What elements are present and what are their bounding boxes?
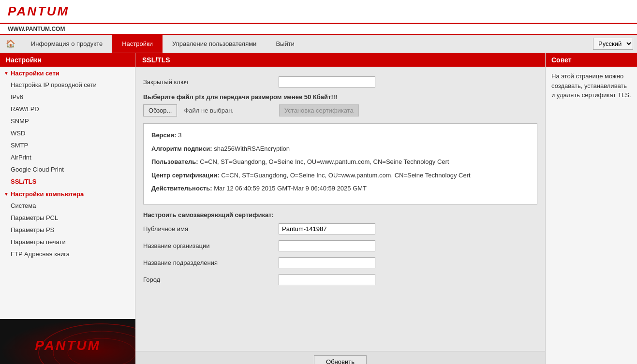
nav-product-info[interactable]: Информация о продукте [21,35,112,53]
self-signed-label: Настроить самозаверяющий сертификат: [143,211,537,218]
sidebar-item-gcp[interactable]: Google Cloud Print [0,163,135,175]
banner-logo-text: PANTUM [35,338,101,353]
cert-algorithm-value: sha256WithRSAEncryption [214,145,290,152]
language-selector[interactable]: Русский [593,38,633,50]
sidebar-content: Настройки сети Настройка IP проводной се… [0,67,135,319]
org-name-input[interactable] [279,240,375,251]
dept-name-row: Название подразделения [143,257,537,268]
cert-ca-label: Центр сертификации: [151,172,220,179]
nav-logout[interactable]: Выйти [266,35,304,53]
sidebar-item-smtp[interactable]: SMTP [0,139,135,151]
sidebar-banner: PANTUM [0,319,135,364]
cert-info-box: Версия: 3 Алгоритм подписи: sha256WithRS… [143,123,537,204]
tip-panel: Совет На этой странице можно создавать, … [545,53,637,364]
install-cert-button: Установка сертификата [279,104,359,116]
org-name-row: Название организации [143,240,537,251]
sidebar-item-raw[interactable]: RAW/LPD [0,103,135,115]
cert-algorithm-row: Алгоритм подписи: sha256WithRSAEncryptio… [151,144,529,154]
private-key-row: Закрытый ключ [143,76,537,87]
sidebar-section-network[interactable]: Настройки сети [0,67,135,79]
sidebar-title: Настройки [0,53,135,67]
tip-text: На этой странице можно создавать, устана… [546,67,637,105]
public-name-label: Публичное имя [143,225,279,233]
cert-version-row: Версия: 3 [151,131,529,140]
cert-validity-row: Действительность: Mar 12 06:40:59 2015 G… [151,184,529,193]
nav-user-mgmt[interactable]: Управление пользователями [163,35,266,53]
nav-bar: 🏠 Информация о продукте Настройки Управл… [0,35,637,53]
sidebar-item-ftp[interactable]: FTP Адресная книга [0,248,135,260]
tip-title: Совет [546,53,637,67]
browse-button[interactable]: Обзор... [143,104,177,116]
file-select-label: Выберите файл pfx для передачи размером … [143,93,537,101]
public-name-row: Публичное имя [143,223,537,234]
city-label: Город [143,276,279,283]
cert-version-value: 3 [178,131,181,139]
update-bar: Обновить [135,351,545,364]
cert-user-label: Пользователь: [151,158,198,165]
sidebar-item-print[interactable]: Параметры печати [0,236,135,248]
private-key-label: Закрытый ключ [143,78,279,86]
content-body: Закрытый ключ Выберите файл pfx для пере… [135,67,545,351]
sidebar-item-airprint[interactable]: AirPrint [0,151,135,163]
language-dropdown[interactable]: Русский [593,38,633,50]
file-select-section: Выберите файл pfx для передачи размером … [143,93,537,116]
header: PANTUM [0,0,637,24]
nav-settings[interactable]: Настройки [112,35,163,53]
sidebar-item-ip[interactable]: Настройка IP проводной сети [0,79,135,91]
logo: PANTUM [8,4,69,19]
private-key-input[interactable] [279,76,375,87]
website-bar: WWW.PANTUM.COM [0,24,637,35]
sidebar-item-ipv6[interactable]: IPv6 [0,91,135,103]
cert-validity-value: Mar 12 06:40:59 2015 GMT-Mar 9 06:40:59 … [214,185,367,192]
dept-name-label: Название подразделения [143,259,279,266]
dept-name-input[interactable] [279,257,375,268]
cert-algorithm-label: Алгоритм подписи: [151,145,212,152]
public-name-input[interactable] [279,223,375,234]
update-button[interactable]: Обновить [314,355,367,364]
cert-version-label: Версия: [151,131,177,139]
sidebar-item-snmp[interactable]: SNMP [0,115,135,127]
main-layout: Настройки Настройки сети Настройка IP пр… [0,53,637,364]
website-text: WWW.PANTUM.COM [8,26,65,32]
cert-user-value: C=CN, ST=Guangdong, O=Seine Inc, OU=www.… [200,158,449,165]
file-name-display: Файл не выбран. [184,107,234,114]
cert-ca-row: Центр сертификации: C=CN, ST=Guangdong, … [151,171,529,180]
sidebar-item-wsd[interactable]: WSD [0,127,135,139]
sidebar-item-pcl[interactable]: Параметры PCL [0,212,135,224]
sidebar-item-ps[interactable]: Параметры PS [0,224,135,236]
cert-validity-label: Действительность: [151,185,212,192]
nav-home-button[interactable]: 🏠 [0,35,21,53]
sidebar-item-system[interactable]: Система [0,200,135,212]
sidebar-item-ssltls[interactable]: SSL/TLS [0,175,135,188]
city-row: Город [143,274,537,285]
banner-image: PANTUM [0,319,135,364]
content-area: SSL/TLS Закрытый ключ Выберите файл pfx … [135,53,545,364]
cert-ca-value: C=CN, ST=Guangdong, O=Seine Inc, OU=www.… [221,172,470,179]
file-row: Обзор... Файл не выбран. Установка серти… [143,104,537,116]
org-name-label: Название организации [143,242,279,249]
logo-text: PANTUM [8,4,69,19]
sidebar-section-computer[interactable]: Настройки компьютера [0,188,135,200]
city-input[interactable] [279,274,375,285]
cert-user-row: Пользователь: C=CN, ST=Guangdong, O=Sein… [151,157,529,167]
sidebar: Настройки Настройки сети Настройка IP пр… [0,53,135,364]
content-title: SSL/TLS [135,53,545,67]
